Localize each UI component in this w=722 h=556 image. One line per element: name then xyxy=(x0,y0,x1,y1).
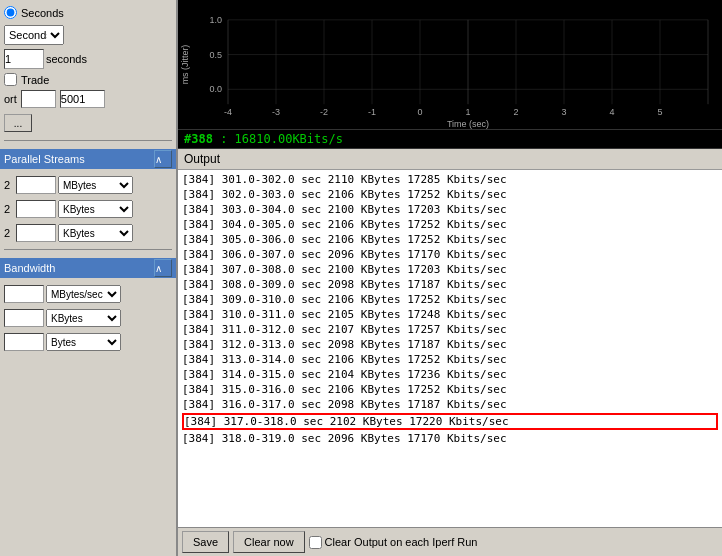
input1-number[interactable] xyxy=(16,176,56,194)
bandwidth-section: Bandwidth ∧ xyxy=(0,258,176,278)
num-label-1: 2 xyxy=(4,179,14,191)
spinbox-input[interactable] xyxy=(4,49,44,69)
svg-text:-3: -3 xyxy=(272,107,280,117)
num-label-2: 2 xyxy=(4,203,14,215)
trade-checkbox[interactable] xyxy=(4,73,17,86)
status-value: 16810.00KBits/s xyxy=(235,132,343,146)
ellipsis-button[interactable]: ... xyxy=(4,114,32,132)
bw3-number[interactable] xyxy=(4,333,44,351)
bandwidth-label: Bandwidth xyxy=(4,262,154,274)
input-row-1: 2 MBytes KBytes Bytes xyxy=(4,175,172,195)
output-line: [384] 307.0-308.0 sec 2100 KBytes 17203 … xyxy=(182,262,718,277)
collapse-btn-2[interactable]: ∧ xyxy=(154,259,172,277)
bw-row-3: Bytes KBytes MBytes xyxy=(4,332,172,352)
parallel-streams-section: Parallel Streams ∧ xyxy=(0,149,176,169)
divider2 xyxy=(4,249,172,250)
spinbox-unit-label: seconds xyxy=(46,53,87,65)
svg-text:-1: -1 xyxy=(368,107,376,117)
input-row-3: 2 KBytes MBytes Bytes xyxy=(4,223,172,243)
collapse-btn-1[interactable]: ∧ xyxy=(154,150,172,168)
bw1-unit-select[interactable]: MBytes/sec KBytes/sec Bytes/sec xyxy=(46,285,121,303)
bw3-unit-select[interactable]: Bytes KBytes MBytes xyxy=(46,333,121,351)
output-line: [384] 310.0-311.0 sec 2105 KBytes 17248 … xyxy=(182,307,718,322)
collapse-icon-2: ∧ xyxy=(155,263,171,274)
svg-text:-2: -2 xyxy=(320,107,328,117)
output-content[interactable]: [384] 301.0-302.0 sec 2110 KBytes 17285 … xyxy=(178,170,722,527)
chart-svg: 1.0 0.5 0.0 -4 -3 -2 -1 0 1 2 3 4 5 ms (… xyxy=(178,0,722,129)
status-separator: : xyxy=(220,132,234,146)
radio-seconds-label: Seconds xyxy=(21,7,64,19)
output-line: [384] 305.0-306.0 sec 2106 KBytes 17252 … xyxy=(182,232,718,247)
port-label-text: ort xyxy=(4,93,17,105)
bw1-number[interactable] xyxy=(4,285,44,303)
input1-unit-select[interactable]: MBytes KBytes Bytes xyxy=(58,176,133,194)
output-line: [384] 312.0-313.0 sec 2098 KBytes 17187 … xyxy=(182,337,718,352)
port-row: ort xyxy=(4,90,172,108)
status-bar: #388 : 16810.00KBits/s xyxy=(178,130,722,149)
input3-unit-select[interactable]: KBytes MBytes Bytes xyxy=(58,224,133,242)
status-id: #388 xyxy=(184,132,213,146)
output-line: [384] 304.0-305.0 sec 2106 KBytes 17252 … xyxy=(182,217,718,232)
svg-text:0.0: 0.0 xyxy=(209,84,222,94)
output-line: [384] 314.0-315.0 sec 2104 KBytes 17236 … xyxy=(182,367,718,382)
radio-seconds[interactable] xyxy=(4,6,17,19)
output-line: [384] 309.0-310.0 sec 2106 KBytes 17252 … xyxy=(182,292,718,307)
svg-text:2: 2 xyxy=(513,107,518,117)
output-line: [384] 313.0-314.0 sec 2106 KBytes 17252 … xyxy=(182,352,718,367)
output-line: [384] 301.0-302.0 sec 2110 KBytes 17285 … xyxy=(182,172,718,187)
output-header: Output xyxy=(178,149,722,170)
output-line: [384] 311.0-312.0 sec 2107 KBytes 17257 … xyxy=(182,322,718,337)
port-text-input[interactable] xyxy=(21,90,56,108)
input2-number[interactable] xyxy=(16,200,56,218)
output-line: [384] 306.0-307.0 sec 2096 KBytes 17170 … xyxy=(182,247,718,262)
divider1 xyxy=(4,140,172,141)
collapse-icon-1: ∧ xyxy=(155,154,171,165)
svg-text:0.5: 0.5 xyxy=(209,50,222,60)
input-row-2: 2 KBytes MBytes Bytes xyxy=(4,199,172,219)
select-row: Seconds xyxy=(4,25,172,45)
clear-output-checkbox[interactable] xyxy=(309,536,322,549)
bottom-bar: Save Clear now Clear Output on each Iper… xyxy=(178,527,722,556)
svg-text:-4: -4 xyxy=(224,107,232,117)
port-number-input[interactable] xyxy=(60,90,105,108)
parallel-streams-label: Parallel Streams xyxy=(4,153,154,165)
svg-text:0: 0 xyxy=(417,107,422,117)
output-line: [384] 308.0-309.0 sec 2098 KBytes 17187 … xyxy=(182,277,718,292)
svg-text:1: 1 xyxy=(465,107,470,117)
right-panel: 1.0 0.5 0.0 -4 -3 -2 -1 0 1 2 3 4 5 ms (… xyxy=(178,0,722,556)
bw-row-2: KBytes MBytes Bytes xyxy=(4,308,172,328)
svg-rect-0 xyxy=(178,0,722,129)
time-unit-select[interactable]: Seconds xyxy=(4,25,64,45)
svg-text:5: 5 xyxy=(657,107,662,117)
output-line: [384] 315.0-316.0 sec 2106 KBytes 17252 … xyxy=(182,382,718,397)
svg-text:3: 3 xyxy=(561,107,566,117)
radio-row-seconds: Seconds xyxy=(4,4,172,21)
chart-area: 1.0 0.5 0.0 -4 -3 -2 -1 0 1 2 3 4 5 ms (… xyxy=(178,0,722,130)
svg-text:Time (sec): Time (sec) xyxy=(447,119,489,129)
output-area: Output [384] 301.0-302.0 sec 2110 KBytes… xyxy=(178,149,722,556)
left-panel: Seconds Seconds seconds Trade ort ... Pa… xyxy=(0,0,178,556)
clear-now-button[interactable]: Clear now xyxy=(233,531,305,553)
svg-text:1.0: 1.0 xyxy=(209,15,222,25)
num-label-3: 2 xyxy=(4,227,14,239)
output-line: [384] 302.0-303.0 sec 2106 KBytes 17252 … xyxy=(182,187,718,202)
bw2-unit-select[interactable]: KBytes MBytes Bytes xyxy=(46,309,121,327)
svg-text:ms (Jitter): ms (Jitter) xyxy=(180,45,190,85)
trade-label: Trade xyxy=(21,74,49,86)
bw-row-1: MBytes/sec KBytes/sec Bytes/sec xyxy=(4,284,172,304)
clear-output-text: Clear Output on each Iperf Run xyxy=(325,536,478,548)
bw2-number[interactable] xyxy=(4,309,44,327)
output-line: [384] 316.0-317.0 sec 2098 KBytes 17187 … xyxy=(182,397,718,412)
svg-text:4: 4 xyxy=(609,107,614,117)
input3-number[interactable] xyxy=(16,224,56,242)
save-button[interactable]: Save xyxy=(182,531,229,553)
spinbox-row: seconds xyxy=(4,49,172,69)
output-line: [384] 318.0-319.0 sec 2096 KBytes 17170 … xyxy=(182,431,718,446)
clear-output-label[interactable]: Clear Output on each Iperf Run xyxy=(309,536,478,549)
trade-checkbox-row: Trade xyxy=(4,73,172,86)
output-line: [384] 317.0-318.0 sec 2102 KBytes 17220 … xyxy=(182,413,718,430)
output-line: [384] 303.0-304.0 sec 2100 KBytes 17203 … xyxy=(182,202,718,217)
input2-unit-select[interactable]: KBytes MBytes Bytes xyxy=(58,200,133,218)
